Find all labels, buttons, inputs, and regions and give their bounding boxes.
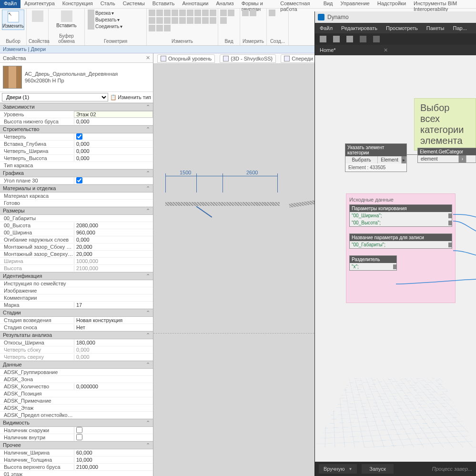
run-mode-select[interactable]: Вручную▼ — [319, 464, 357, 474]
property-value[interactable]: 0,000 — [74, 155, 153, 161]
tool-icon[interactable] — [149, 17, 155, 24]
property-value[interactable]: 1000,000 — [74, 258, 153, 264]
menu-item[interactable]: Архитектура — [20, 0, 59, 8]
property-section-header[interactable]: Материалы и отделка⌃ — [0, 184, 153, 192]
property-section-header[interactable]: Зависимости⌃ — [0, 103, 153, 111]
dynamo-canvas[interactable]: Выбор всехкатегорииэлемента Указать элем… — [315, 55, 476, 462]
property-section-header[interactable]: Результаты анализа⌃ — [0, 331, 153, 339]
tool-icon[interactable] — [164, 10, 171, 16]
property-row[interactable]: Наличник_Толщина10,000 — [0, 456, 153, 464]
tool-icon[interactable] — [187, 17, 193, 24]
close-icon[interactable]: ✕ — [146, 55, 150, 61]
property-value[interactable]: 0,000 — [74, 141, 153, 147]
property-value[interactable]: 180,000 — [74, 340, 153, 345]
tool-icon[interactable] — [194, 17, 201, 24]
tool-icon[interactable] — [172, 10, 178, 16]
new-icon[interactable] — [320, 36, 326, 42]
menu-item[interactable]: Совместная работа — [276, 0, 319, 8]
property-row[interactable]: Наличник внутри — [0, 434, 153, 441]
property-value[interactable]: 2080,000 — [74, 223, 153, 228]
property-row[interactable]: ADSK_Зона — [0, 376, 153, 383]
tool-icon[interactable] — [194, 10, 201, 16]
dynamo-menu-item[interactable]: Пакеты — [426, 25, 445, 31]
property-value[interactable]: 960,000 — [74, 230, 153, 235]
view-icon[interactable] — [220, 17, 227, 24]
tool-icon[interactable] — [164, 25, 171, 31]
property-row[interactable]: Комментарии — [0, 294, 153, 302]
tool-icon[interactable] — [179, 17, 186, 24]
tool-icon[interactable] — [149, 25, 155, 31]
property-row[interactable]: Откосы_Ширина180,000 — [0, 339, 153, 346]
code-block-node[interactable]: Разделитель "x"; — [349, 255, 397, 271]
node-select-element[interactable]: Указать элемент категории Выбрать Elemen… — [345, 143, 407, 172]
property-row[interactable]: 01 этаж — [0, 471, 153, 476]
property-row[interactable]: 00_Высота2080,000 — [0, 222, 153, 229]
property-value[interactable]: 17 — [74, 302, 153, 308]
menu-item[interactable]: Формы и генплан — [238, 0, 277, 8]
property-value[interactable]: Нет — [74, 324, 153, 330]
menu-item[interactable]: Аннотации — [179, 0, 213, 8]
property-row[interactable]: Стадия сносаНет — [0, 324, 153, 331]
property-row[interactable]: Готово — [0, 200, 153, 207]
menu-item[interactable]: Анализ — [212, 0, 237, 8]
dynamo-tab-home[interactable]: Home*✕ — [320, 47, 388, 53]
paste-button[interactable]: Вставить — [51, 10, 82, 29]
property-value[interactable]: Новая конструкция — [74, 317, 153, 323]
modify-button[interactable]: ↖ Изменить — [2, 10, 24, 30]
property-value[interactable]: 20,000 — [74, 251, 153, 257]
property-value[interactable]: 60,000 — [74, 450, 153, 456]
property-section-header[interactable]: Размеры⌃ — [0, 207, 153, 215]
property-row[interactable]: Высота нижнего бруса0,000 — [0, 118, 153, 125]
type-selector[interactable]: АС_Дверь_Однопольная_Деревянная 960х2080… — [0, 63, 153, 92]
property-row[interactable]: Четверть — [0, 133, 153, 141]
tool-icon[interactable] — [156, 17, 163, 24]
property-value[interactable]: 0,000 — [74, 354, 153, 360]
property-row[interactable]: ADSK_Позиция — [0, 390, 153, 397]
tool-icon[interactable] — [156, 10, 163, 16]
property-section-header[interactable]: Прочее⌃ — [0, 441, 153, 449]
property-filter-select[interactable]: Двери (1) — [2, 93, 108, 101]
property-value[interactable]: 20,000 — [74, 244, 153, 250]
property-value[interactable]: 2100,000 — [74, 464, 153, 470]
property-value[interactable]: 10,000 — [74, 457, 153, 463]
property-row[interactable]: Высота верхнего бруса2100,000 — [0, 464, 153, 471]
property-row[interactable]: 00_Габариты — [0, 215, 153, 222]
property-row[interactable]: Ширина1000,000 — [0, 258, 153, 265]
view-icon[interactable] — [228, 10, 234, 16]
property-row[interactable]: ADSK_Этаж — [0, 405, 153, 412]
measure-icon[interactable] — [242, 10, 249, 16]
menu-item[interactable]: Управление — [337, 0, 374, 8]
property-value[interactable]: 0,000000 — [74, 384, 153, 389]
property-row[interactable]: Наличник_Ширина60,000 — [0, 449, 153, 456]
property-row[interactable]: Тип каркаса — [0, 162, 153, 169]
property-row[interactable]: Монтажный зазор_Сбоку тол...20,000 — [0, 243, 153, 251]
join-button[interactable]: Соединить ▾ — [87, 23, 144, 30]
property-value[interactable] — [74, 434, 153, 441]
property-value[interactable]: Этаж 02 — [74, 111, 153, 118]
menu-item[interactable]: Конструкция — [59, 0, 97, 8]
property-row[interactable]: ADSK_Примечание — [0, 397, 153, 405]
property-section-header[interactable]: Данные⌃ — [0, 361, 153, 369]
redo-icon[interactable] — [373, 36, 380, 42]
code-block-node[interactable]: Параметры копирования "00_Ширина"; "00_В… — [349, 204, 452, 227]
dynamo-menu-item[interactable]: Просмотреть — [386, 25, 418, 31]
view-icon[interactable] — [220, 10, 227, 16]
property-row[interactable]: Наличник снаружи — [0, 427, 153, 434]
node-get-category[interactable]: Element.GetCategor element › — [417, 148, 476, 163]
properties-button[interactable] — [29, 10, 46, 23]
property-row[interactable]: УровеньЭтаж 02 — [0, 111, 153, 118]
menu-item[interactable]: Вид — [320, 0, 337, 8]
property-row[interactable]: Четверть_Ширина0,000 — [0, 148, 153, 155]
property-row[interactable]: Угол плане 30 — [0, 177, 153, 184]
create-icon[interactable] — [269, 10, 275, 16]
property-section-header[interactable]: Графика⌃ — [0, 169, 153, 177]
property-value[interactable]: 0,000 — [74, 148, 153, 154]
property-row[interactable]: Огибание наружных слоев0,000 — [0, 236, 153, 243]
property-row[interactable]: Четверть_Высота0,000 — [0, 155, 153, 162]
close-icon[interactable]: ✕ — [384, 47, 388, 53]
property-value[interactable]: 0,000 — [74, 119, 153, 124]
property-row[interactable]: ADSK_Группирование — [0, 369, 153, 376]
property-row[interactable]: Материал каркаса — [0, 192, 153, 200]
view-tab[interactable]: Спереди — [281, 54, 316, 63]
cope-button[interactable]: Врезка ▾ — [87, 10, 144, 16]
